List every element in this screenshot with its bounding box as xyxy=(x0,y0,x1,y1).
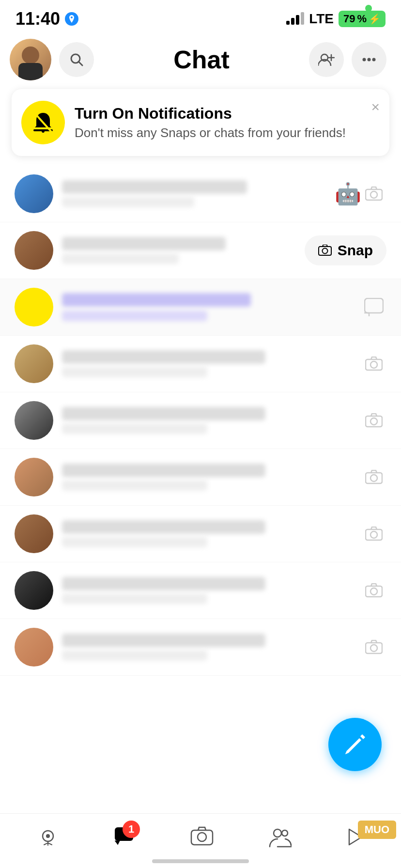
chat-item[interactable] xyxy=(0,562,401,619)
chat-item[interactable] xyxy=(0,336,401,392)
chat-message xyxy=(62,480,207,491)
header-right xyxy=(309,42,386,77)
notification-close-button[interactable]: × xyxy=(371,99,380,115)
bell-off-icon xyxy=(31,110,55,135)
chat-avatar xyxy=(15,174,53,213)
svg-point-26 xyxy=(370,645,377,651)
new-chat-fab[interactable] xyxy=(328,718,382,771)
chat-message xyxy=(62,537,207,547)
chat-message xyxy=(62,310,207,321)
header-left xyxy=(10,39,94,80)
svg-point-20 xyxy=(370,475,377,481)
svg-point-11 xyxy=(370,191,377,198)
svg-point-31 xyxy=(198,833,206,841)
camera-icon[interactable] xyxy=(361,635,386,660)
wifi-dot xyxy=(365,5,372,12)
notification-title: Turn On Notifications xyxy=(75,105,380,123)
chat-item[interactable] xyxy=(0,506,401,562)
chat-action xyxy=(361,351,386,376)
chat-message xyxy=(62,650,207,661)
chat-item[interactable] xyxy=(0,392,401,449)
search-button[interactable] xyxy=(59,42,94,77)
chat-info xyxy=(62,407,353,434)
more-icon xyxy=(362,58,376,62)
map-icon xyxy=(37,826,59,848)
camera-icon[interactable] xyxy=(361,465,386,490)
nav-item-map[interactable] xyxy=(37,826,59,848)
camera-nav-icon xyxy=(190,826,214,848)
chat-action: 🤖 xyxy=(335,181,386,206)
svg-point-28 xyxy=(46,834,50,838)
robot-icon: 🤖 xyxy=(335,181,361,206)
snap-button[interactable]: Snap xyxy=(305,235,386,265)
camera-icon[interactable] xyxy=(361,521,386,546)
chat-action xyxy=(361,294,386,320)
notification-subtitle: Don't miss any Snaps or chats from your … xyxy=(75,125,380,140)
svg-point-16 xyxy=(370,361,377,368)
chat-message xyxy=(62,253,179,264)
camera-icon[interactable] xyxy=(361,408,386,433)
battery-percent: 79 xyxy=(343,13,355,25)
chat-avatar xyxy=(15,231,53,270)
chat-name xyxy=(62,520,265,534)
chat-info xyxy=(62,180,326,207)
chat-item[interactable] xyxy=(0,449,401,506)
svg-line-1 xyxy=(78,62,82,65)
status-bar: 11:40 LTE 79% ⚡ xyxy=(0,0,401,34)
lte-label: LTE xyxy=(309,11,334,27)
status-time: 11:40 xyxy=(15,9,78,29)
chat-item[interactable] xyxy=(0,619,401,676)
chat-name xyxy=(62,464,265,477)
chat-avatar xyxy=(15,571,53,610)
svg-point-6 xyxy=(368,58,371,62)
camera-icon[interactable] xyxy=(361,578,386,603)
chat-message xyxy=(62,593,207,604)
snap-label: Snap xyxy=(338,242,373,259)
svg-point-22 xyxy=(370,531,377,538)
notification-text: Turn On Notifications Don't miss any Sna… xyxy=(75,105,380,140)
svg-rect-14 xyxy=(365,298,383,313)
chat-avatar xyxy=(15,514,53,553)
search-icon xyxy=(69,52,84,67)
chat-action xyxy=(361,578,386,603)
battery-icon: ⚡ xyxy=(369,13,381,25)
chat-item[interactable] xyxy=(0,279,401,336)
notification-banner: Turn On Notifications Don't miss any Sna… xyxy=(12,89,389,156)
chat-info xyxy=(62,350,353,377)
chat-info xyxy=(62,634,353,661)
camera-action-icon[interactable] xyxy=(361,181,386,206)
bar4 xyxy=(301,12,304,25)
chat-name xyxy=(62,634,265,647)
nav-item-chat[interactable]: 1 xyxy=(114,825,135,849)
nav-item-camera[interactable] xyxy=(190,826,214,848)
add-friend-button[interactable] xyxy=(309,42,344,77)
time-display: 11:40 xyxy=(15,9,60,29)
header: Chat xyxy=(0,34,401,89)
chat-badge: 1 xyxy=(123,821,140,838)
add-friend-icon xyxy=(318,53,335,66)
chat-name xyxy=(62,577,265,590)
nav-item-friends[interactable] xyxy=(269,826,292,848)
chat-info xyxy=(62,577,353,604)
signal-bars xyxy=(286,13,304,25)
svg-point-5 xyxy=(363,58,366,62)
chat-avatar xyxy=(15,288,53,326)
chat-name xyxy=(62,237,226,250)
chat-item[interactable]: 🤖 xyxy=(0,166,401,222)
chat-info xyxy=(62,464,353,491)
chat-avatar xyxy=(15,458,53,496)
camera-icon[interactable] xyxy=(361,351,386,376)
chat-name xyxy=(62,350,265,364)
chat-item[interactable]: Snap xyxy=(0,222,401,279)
new-chat-icon xyxy=(343,732,367,757)
chat-name xyxy=(62,293,251,307)
chat-action: Snap xyxy=(305,235,386,265)
bar2 xyxy=(291,18,294,25)
user-avatar[interactable] xyxy=(10,39,51,80)
chat-name xyxy=(62,407,265,420)
chat-action xyxy=(361,465,386,490)
more-button[interactable] xyxy=(352,42,386,77)
chat-icon[interactable] xyxy=(361,294,386,320)
chat-info xyxy=(62,237,296,264)
bar1 xyxy=(286,21,290,25)
